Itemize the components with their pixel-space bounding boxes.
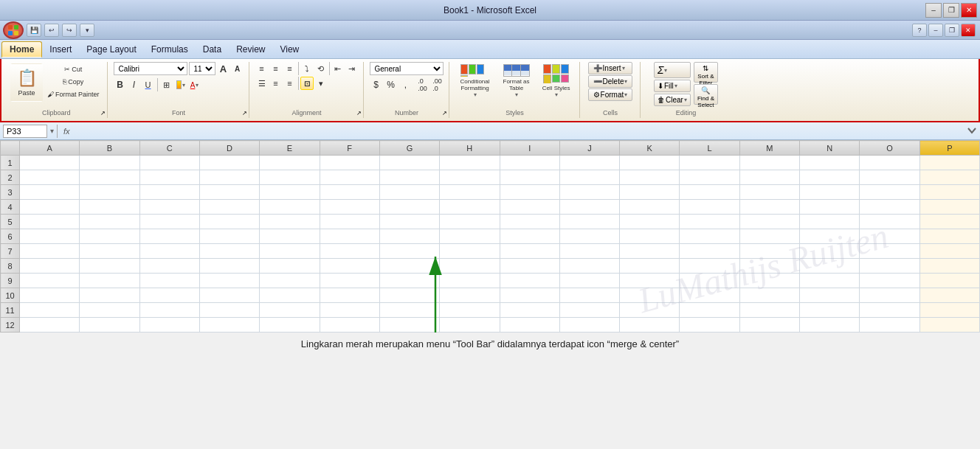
- orientation-btn[interactable]: ⟲: [314, 62, 328, 75]
- cell-styles-dropdown[interactable]: ▾: [555, 91, 558, 98]
- cell-M5[interactable]: [739, 215, 799, 229]
- cell-M2[interactable]: [739, 170, 799, 185]
- autosum-dropdown[interactable]: ▾: [664, 67, 667, 74]
- cell-G12[interactable]: [379, 318, 439, 333]
- cell-A6[interactable]: [20, 229, 80, 244]
- cell-H1[interactable]: [440, 156, 500, 170]
- cell-A12[interactable]: [20, 318, 80, 333]
- format-as-table-dropdown[interactable]: ▾: [515, 91, 518, 98]
- cell-D1[interactable]: [199, 156, 259, 170]
- cell-C7[interactable]: [139, 244, 199, 259]
- cell-F2[interactable]: [320, 170, 379, 185]
- cell-E4[interactable]: [260, 200, 320, 215]
- app-minimize-btn[interactable]: –: [928, 24, 943, 37]
- font-name-select[interactable]: Calibri: [114, 62, 187, 75]
- cell-C12[interactable]: [139, 318, 199, 333]
- cell-G4[interactable]: [379, 200, 439, 215]
- cell-G2[interactable]: [379, 170, 439, 185]
- cell-B9[interactable]: [80, 274, 139, 288]
- cell-F3[interactable]: [320, 185, 379, 200]
- align-bottom-btn[interactable]: ≡: [283, 62, 297, 75]
- cell-L4[interactable]: [680, 200, 739, 215]
- cell-F8[interactable]: [320, 259, 379, 274]
- cell-P9[interactable]: [919, 274, 979, 288]
- sort-filter-button[interactable]: ⇅ Sort &Filter: [694, 62, 718, 83]
- menu-item-insert[interactable]: Insert: [42, 42, 79, 57]
- cell-B10[interactable]: [80, 288, 139, 303]
- cell-B2[interactable]: [80, 170, 139, 185]
- cell-K3[interactable]: [620, 185, 680, 200]
- paste-button[interactable]: 📋 Paste: [10, 63, 43, 102]
- menu-item-formulas[interactable]: Formulas: [144, 42, 196, 57]
- cell-O3[interactable]: [860, 185, 919, 200]
- cell-F5[interactable]: [320, 215, 379, 229]
- undo-quick-btn[interactable]: ↩: [44, 24, 59, 37]
- cell-H9[interactable]: [440, 274, 500, 288]
- increase-font-btn[interactable]: A: [217, 62, 230, 75]
- cell-I9[interactable]: [500, 274, 559, 288]
- col-header-N[interactable]: N: [800, 141, 860, 156]
- italic-button[interactable]: I: [128, 78, 141, 91]
- cell-J5[interactable]: [559, 215, 619, 229]
- cell-N6[interactable]: [800, 229, 860, 244]
- col-header-J[interactable]: J: [559, 141, 619, 156]
- cell-B6[interactable]: [80, 229, 139, 244]
- cell-N8[interactable]: [800, 259, 860, 274]
- menu-item-view[interactable]: View: [272, 42, 306, 57]
- cell-I6[interactable]: [500, 229, 559, 244]
- clear-button[interactable]: 🗑 Clear ▾: [654, 94, 691, 106]
- cell-M12[interactable]: [739, 318, 799, 333]
- percent-btn[interactable]: %: [384, 78, 398, 91]
- cell-C3[interactable]: [139, 185, 199, 200]
- align-right-btn[interactable]: ≡: [283, 77, 297, 90]
- cell-H5[interactable]: [440, 215, 500, 229]
- cell-F1[interactable]: [320, 156, 379, 170]
- cell-M10[interactable]: [739, 288, 799, 303]
- cell-A11[interactable]: [20, 303, 80, 318]
- cell-J11[interactable]: [559, 303, 619, 318]
- cell-reference-box[interactable]: P33: [3, 125, 47, 138]
- cell-E2[interactable]: [260, 170, 320, 185]
- office-button[interactable]: [3, 21, 24, 39]
- cell-L5[interactable]: [680, 215, 739, 229]
- close-button[interactable]: ✕: [961, 3, 977, 18]
- cell-A9[interactable]: [20, 274, 80, 288]
- cell-D6[interactable]: [199, 229, 259, 244]
- cell-P8[interactable]: [919, 259, 979, 274]
- cell-C8[interactable]: [139, 259, 199, 274]
- cell-A10[interactable]: [20, 288, 80, 303]
- cell-C2[interactable]: [139, 170, 199, 185]
- cell-A3[interactable]: [20, 185, 80, 200]
- cell-G6[interactable]: [379, 229, 439, 244]
- cell-A4[interactable]: [20, 200, 80, 215]
- cell-I11[interactable]: [500, 303, 559, 318]
- cell-P4[interactable]: [919, 200, 979, 215]
- cell-M4[interactable]: [739, 200, 799, 215]
- cell-G3[interactable]: [379, 185, 439, 200]
- cell-O5[interactable]: [860, 215, 919, 229]
- cell-D8[interactable]: [199, 259, 259, 274]
- col-header-H[interactable]: H: [440, 141, 500, 156]
- menu-item-data[interactable]: Data: [196, 42, 229, 57]
- cell-H3[interactable]: [440, 185, 500, 200]
- cell-H12[interactable]: [440, 318, 500, 333]
- cell-O9[interactable]: [860, 274, 919, 288]
- format-dropdown[interactable]: ▾: [624, 91, 627, 98]
- currency-btn[interactable]: $: [370, 78, 383, 91]
- cell-E5[interactable]: [260, 215, 320, 229]
- cell-P11[interactable]: [919, 303, 979, 318]
- font-size-select[interactable]: 11: [189, 62, 215, 75]
- cell-ref-dropdown[interactable]: ▾: [50, 127, 54, 135]
- col-header-G[interactable]: G: [379, 141, 439, 156]
- cell-N12[interactable]: [800, 318, 860, 333]
- cell-O6[interactable]: [860, 229, 919, 244]
- font-color-dropdown[interactable]: ▾: [196, 82, 199, 88]
- cell-D7[interactable]: [199, 244, 259, 259]
- find-select-button[interactable]: 🔍 Find &Select: [694, 84, 718, 105]
- align-left-btn[interactable]: ☰: [255, 77, 269, 90]
- cell-A2[interactable]: [20, 170, 80, 185]
- cell-O12[interactable]: [860, 318, 919, 333]
- cell-H10[interactable]: [440, 288, 500, 303]
- cell-I5[interactable]: [500, 215, 559, 229]
- cell-D4[interactable]: [199, 200, 259, 215]
